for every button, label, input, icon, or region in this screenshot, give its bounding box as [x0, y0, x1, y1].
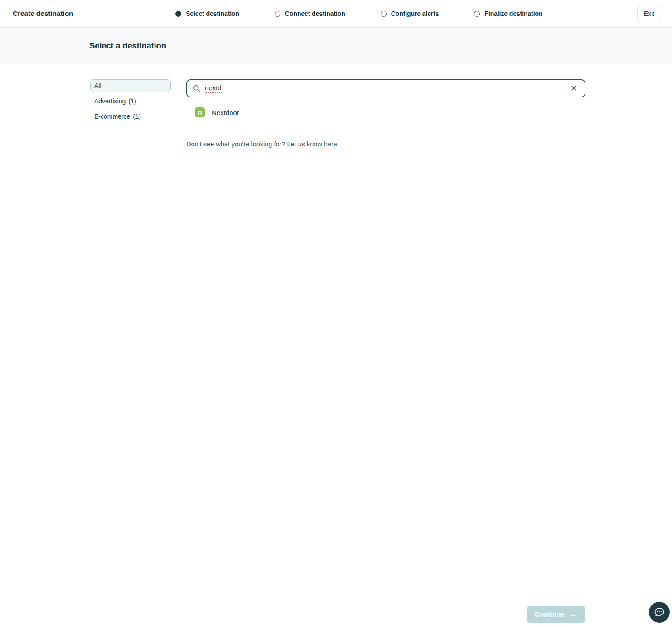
content-area: All Advertising (1) E-commerce (1): [0, 64, 672, 595]
help-message: Don’t see what you’re looking for? Let u…: [186, 140, 322, 148]
let-us-know-link[interactable]: here.: [324, 140, 339, 148]
step-upcoming-circle-icon: [275, 11, 280, 17]
category-label: E-commerce: [94, 113, 130, 120]
category-sidebar: All Advertising (1) E-commerce (1): [90, 79, 171, 126]
category-count: (1): [133, 113, 141, 120]
chat-widget-button[interactable]: [649, 602, 670, 623]
exit-button[interactable]: Exit: [637, 7, 661, 20]
help-text: Don’t see what you’re looking for? Let u…: [186, 140, 585, 148]
category-item-all[interactable]: All: [90, 79, 171, 92]
step-label: Configure alerts: [391, 10, 439, 17]
category-label: All: [94, 82, 102, 89]
page-title: Create destination: [13, 10, 73, 18]
nextdoor-logo-icon: n: [195, 107, 205, 117]
text-caret: [222, 84, 223, 92]
step-label: Select destination: [186, 10, 239, 17]
arrow-right-icon: →: [570, 610, 577, 619]
wizard-stepper: Select destination Connect destination C…: [175, 0, 542, 27]
step-label: Finalize destination: [484, 10, 542, 17]
continue-button[interactable]: Continue →: [527, 606, 585, 623]
section-title: Select a destination: [89, 41, 166, 51]
step-upcoming-circle-icon: [381, 11, 387, 17]
step-connector-line: [446, 14, 467, 14]
category-count: (1): [128, 97, 136, 105]
subheader: Select a destination: [0, 28, 672, 64]
step-upcoming-circle-icon: [474, 11, 480, 17]
step-select-destination: Select destination: [175, 10, 239, 17]
step-finalize-destination: Finalize destination: [474, 10, 542, 17]
step-connector-line: [353, 14, 373, 14]
wizard-footer: Continue →: [0, 595, 672, 629]
destination-search-input[interactable]: nextd ✕: [186, 79, 585, 97]
category-item-advertising[interactable]: Advertising (1): [90, 95, 171, 107]
continue-label: Continue: [535, 610, 565, 618]
step-configure-alerts: Configure alerts: [381, 10, 439, 17]
clear-search-button[interactable]: ✕: [570, 83, 578, 93]
category-label: Advertising: [94, 97, 126, 105]
search-value: nextd: [205, 84, 222, 93]
destination-result-nextdoor[interactable]: n Nextdoor: [186, 106, 585, 119]
search-value-wrap: nextd: [205, 84, 222, 93]
step-connector-line: [247, 14, 267, 14]
step-label: Connect destination: [285, 10, 345, 17]
step-current-circle-icon: [175, 11, 181, 17]
wizard-header: Create destination Select destination Co…: [0, 0, 672, 28]
destination-picker: nextd ✕ n Nextdoor Don’t see what you’re…: [186, 79, 585, 148]
category-item-ecommerce[interactable]: E-commerce (1): [90, 110, 171, 123]
step-connect-destination: Connect destination: [275, 10, 345, 17]
create-destination-wizard: Create destination Select destination Co…: [0, 0, 672, 629]
chat-bubble-icon: [653, 606, 666, 619]
search-icon: [193, 84, 201, 92]
destination-name: Nextdoor: [212, 109, 239, 116]
